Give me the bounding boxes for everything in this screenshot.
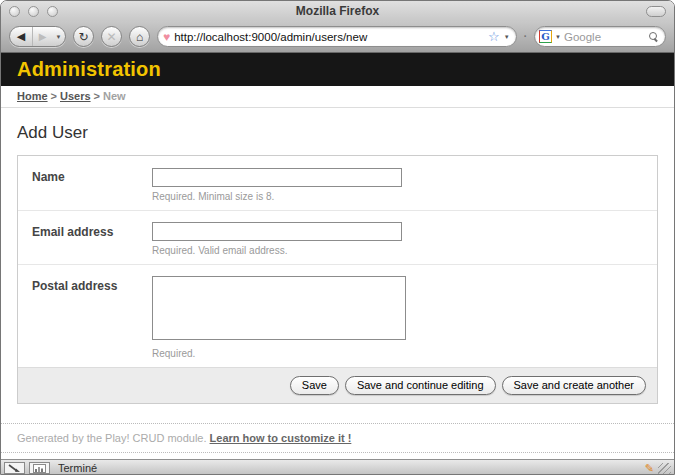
name-label: Name [32,167,152,202]
history-dropdown-icon[interactable]: ▼ [52,27,65,46]
form-row-postal: Postal address Required. [18,265,657,367]
status-bar: Terminé ✎ [1,459,674,475]
breadcrumb: Home>Users>New [1,86,674,108]
footer-text: Generated by the Play! CRUD module. [17,432,207,444]
save-button[interactable]: Save [290,376,339,395]
back-button[interactable]: ◀ [10,27,33,46]
statusbar-edit-arrow-icon[interactable] [4,462,25,474]
save-and-continue-button[interactable]: Save and continue editing [345,376,496,395]
breadcrumb-current: New [103,90,126,102]
site-title: Administration [1,58,161,81]
site-header: Administration [1,53,674,86]
minimize-button[interactable] [28,6,39,17]
save-and-create-another-button[interactable]: Save and create another [502,376,646,395]
email-label: Email address [32,222,152,257]
orange-pencil-icon[interactable]: ✎ [645,463,654,474]
browser-window: Mozilla Firefox ◀ ▶ ▼ ↻ ✕ ⌂ ♥ ☆ ▼ · G ▼ … [0,0,675,475]
mini-bar-chart-icon [33,464,46,473]
location-dropdown-icon[interactable]: ▼ [504,34,510,40]
postal-label: Postal address [32,276,152,359]
navigation-toolbar: ◀ ▶ ▼ ↻ ✕ ⌂ ♥ ☆ ▼ · G ▼ [1,21,674,53]
breadcrumb-link-users[interactable]: Users [60,90,91,102]
search-box[interactable]: G ▼ [534,26,666,47]
postal-help-text: Required. [152,348,645,359]
breadcrumb-separator: > [94,90,100,102]
toolbar-toggle-lozenge-icon[interactable] [646,6,666,17]
breadcrumb-link-home[interactable]: Home [17,90,48,102]
window-title: Mozilla Firefox [1,4,674,18]
zoom-button[interactable] [47,6,58,17]
title-bar[interactable]: Mozilla Firefox [1,1,674,21]
toolbar-separator-dot: · [524,31,527,42]
location-bar[interactable]: ♥ ☆ ▼ [157,26,517,47]
postal-textarea[interactable] [152,276,406,340]
form-row-email: Email address Required. Valid email addr… [18,211,657,266]
statusbar-chart-icon[interactable] [29,462,50,474]
name-help-text: Required. Minimal size is 8. [152,191,645,202]
customize-link[interactable]: Learn how to customize it ! [210,432,352,444]
resize-grip[interactable] [658,463,671,475]
home-button[interactable]: ⌂ [129,26,150,47]
name-input[interactable] [152,168,402,187]
stop-button[interactable]: ✕ [101,26,122,47]
bookmark-star-icon[interactable]: ☆ [488,30,500,43]
search-engine-dropdown-icon[interactable]: ▼ [555,34,561,40]
page-title: Add User [17,123,658,143]
url-input[interactable] [174,31,484,43]
add-user-form: Name Required. Minimal size is 8. Email … [17,155,658,404]
email-input[interactable] [152,222,402,241]
diagonal-pencil-icon [8,464,21,473]
traffic-lights [9,6,58,17]
form-row-name: Name Required. Minimal size is 8. [18,156,657,211]
reload-button[interactable]: ↻ [73,26,94,47]
email-help-text: Required. Valid email address. [152,245,645,256]
forward-button[interactable]: ▶ [33,27,52,46]
history-nav-group: ◀ ▶ ▼ [9,26,66,47]
google-logo-icon[interactable]: G [539,30,552,43]
breadcrumb-separator: > [51,90,57,102]
form-buttons-bar: Save Save and continue editing Save and … [18,367,657,403]
status-text: Terminé [58,462,97,474]
search-magnifier-icon[interactable] [648,31,659,42]
close-button[interactable] [9,6,20,17]
search-input[interactable] [564,31,645,43]
page-viewport: Administration Home>Users>New Add User N… [1,53,674,459]
site-favicon-heart-icon: ♥ [163,31,170,43]
page-footer: Generated by the Play! CRUD module.Learn… [1,423,674,453]
